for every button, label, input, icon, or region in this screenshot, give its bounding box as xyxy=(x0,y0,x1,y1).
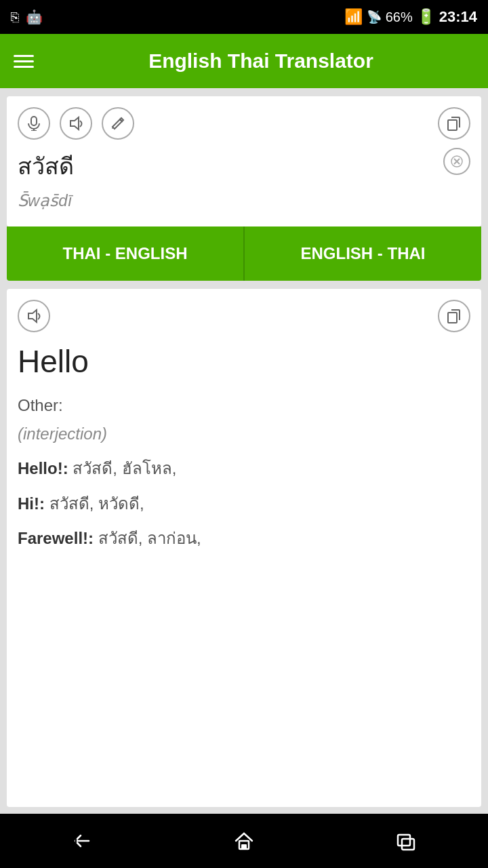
mic-icon xyxy=(26,116,41,131)
result-entry: Farewell!: สวัสดี, ลาก่อน, xyxy=(18,527,470,550)
home-icon xyxy=(232,829,256,852)
entry-key: Hello!: xyxy=(18,459,68,477)
result-entries: Hello!: สวัสดี, ฮัลโหล,Hi!: สวัสดี, หวัด… xyxy=(18,457,470,550)
english-thai-button[interactable]: ENGLISH - THAI xyxy=(243,226,481,281)
copy-button-result[interactable] xyxy=(438,300,470,332)
copy-icon-input xyxy=(447,116,462,131)
copy-button-input[interactable] xyxy=(438,107,470,140)
back-button[interactable] xyxy=(54,821,108,861)
result-category: (interjection) xyxy=(18,425,470,443)
signal-icon: 📡 xyxy=(367,9,382,24)
wifi-icon: 📶 xyxy=(344,8,363,26)
svg-marker-8 xyxy=(28,310,37,322)
battery-icon: 🔋 xyxy=(417,8,435,26)
result-main-word: Hello xyxy=(18,343,470,380)
entry-val: สวัสดี, หวัดดี, xyxy=(45,494,144,513)
usb-icon: ⎘ xyxy=(11,9,19,25)
menu-button[interactable] xyxy=(14,55,34,68)
entry-val: สวัสดี, ลาก่อน, xyxy=(94,529,201,547)
svg-rect-12 xyxy=(398,835,410,846)
speaker-icon-result xyxy=(26,309,41,323)
svg-rect-9 xyxy=(448,313,457,323)
entry-val: สวัสดี, ฮัลโหล, xyxy=(68,459,177,477)
result-entry: Hello!: สวัสดี, ฮัลโหล, xyxy=(18,457,470,480)
romanized-input-text: S̄wạs̄dī xyxy=(18,191,470,210)
entry-key: Farewell!: xyxy=(18,529,94,547)
result-other-label: Other: xyxy=(18,396,470,415)
home-button[interactable] xyxy=(217,821,271,861)
svg-marker-3 xyxy=(70,117,79,130)
pencil-icon xyxy=(110,116,125,131)
app-header: English Thai Translator xyxy=(0,34,488,88)
svg-rect-4 xyxy=(448,120,457,130)
speaker-button[interactable] xyxy=(60,107,92,140)
svg-rect-13 xyxy=(402,839,414,850)
input-toolbar xyxy=(18,107,470,140)
app-title: English Thai Translator xyxy=(47,50,474,73)
language-buttons: THAI - ENGLISH ENGLISH - THAI xyxy=(7,226,481,281)
close-icon xyxy=(451,155,463,167)
svg-rect-11 xyxy=(241,844,247,849)
result-toolbar xyxy=(18,300,470,332)
entry-key: Hi!: xyxy=(18,494,45,513)
bottom-navigation xyxy=(0,814,488,868)
mic-button[interactable] xyxy=(18,107,50,140)
clear-button[interactable] xyxy=(443,148,470,175)
status-bar: ⎘ 🤖 📶 📡 66% 🔋 23:14 xyxy=(0,0,488,34)
toolbar-left xyxy=(18,107,134,140)
copy-icon-result xyxy=(447,309,462,323)
thai-english-button[interactable]: THAI - ENGLISH xyxy=(7,226,243,281)
result-entry: Hi!: สวัสดี, หวัดดี, xyxy=(18,492,470,515)
input-section: สวัสดี S̄wạs̄dī xyxy=(7,96,481,226)
speaker-button-result[interactable] xyxy=(18,300,50,332)
svg-rect-0 xyxy=(31,117,37,125)
battery-percent: 66% xyxy=(386,9,413,25)
result-section: Hello Other: (interjection) Hello!: สวัส… xyxy=(7,289,481,807)
status-left-icons: ⎘ 🤖 xyxy=(11,9,43,25)
status-right-area: 📶 📡 66% 🔋 23:14 xyxy=(344,8,477,26)
recents-icon xyxy=(395,829,418,852)
pencil-button[interactable] xyxy=(102,107,134,140)
android-icon: 🤖 xyxy=(26,9,43,25)
thai-input-text: สวัสดี xyxy=(18,148,470,184)
recents-button[interactable] xyxy=(380,821,434,861)
back-icon xyxy=(70,829,93,852)
input-content-area: สวัสดี S̄wạs̄dī xyxy=(18,148,470,216)
clock: 23:14 xyxy=(439,8,477,26)
speaker-icon xyxy=(68,116,83,131)
